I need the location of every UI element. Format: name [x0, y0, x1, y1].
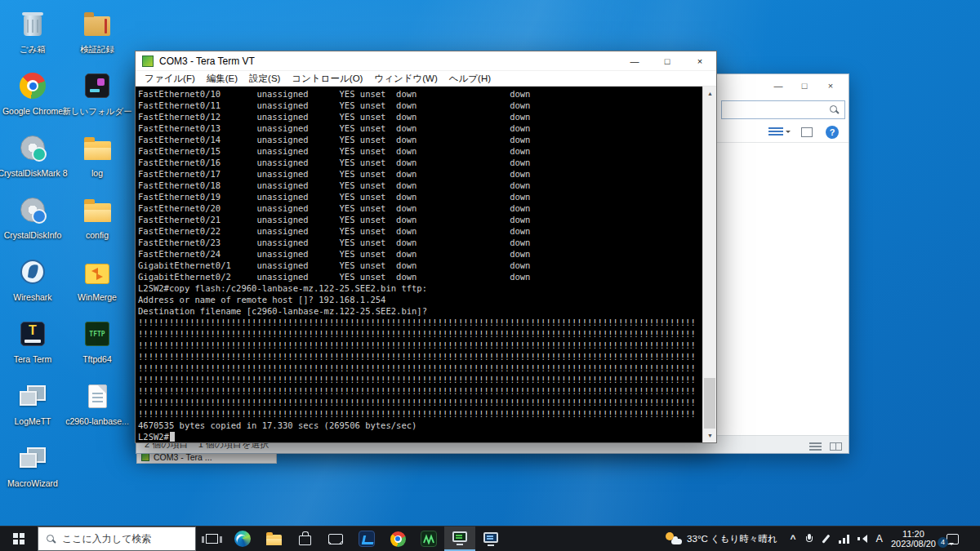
desktop-icon-label: MacroWizard — [7, 478, 58, 488]
explorer-close-button[interactable]: × — [817, 78, 844, 93]
details-view-button[interactable] — [809, 442, 822, 451]
action-center-button[interactable]: 4 — [944, 534, 961, 544]
search-icon — [46, 534, 56, 544]
tray-overflow-button[interactable]: ^ — [789, 533, 798, 544]
preview-pane-button[interactable] — [801, 127, 813, 137]
desktop-icon-label: c2960-lanbase... — [65, 416, 129, 426]
desktop-icon-logmett[interactable]: LogMeTT — [1, 379, 65, 426]
view-options-button[interactable] — [768, 127, 783, 137]
desktop-icon-label: config — [86, 230, 109, 240]
taskbar-chrome-button[interactable] — [382, 527, 413, 551]
terminal-output: FastEthernet0/10 unassigned YES unset do… — [138, 88, 700, 431]
folder-icon — [84, 131, 111, 165]
notification-icon — [947, 534, 959, 544]
terminal-prompt-line: L2SW2# — [138, 431, 700, 442]
terminal-cursor — [170, 432, 176, 442]
teraterm-small-icon — [141, 453, 149, 461]
taskbar-explorer-button[interactable] — [258, 527, 289, 551]
taskbar-edge-button[interactable] — [227, 527, 258, 551]
folder-icon — [84, 193, 111, 227]
minimize-button[interactable]: — — [618, 51, 651, 70]
start-button[interactable] — [0, 527, 38, 551]
teraterm-app-icon — [142, 56, 154, 67]
window-title: COM3 - Tera Term VT — [159, 56, 255, 67]
teraterm-menubar: ファイル(F) 編集(E) 設定(S) コントロール(O) ウィンドウ(W) ヘ… — [136, 71, 716, 87]
menu-file[interactable]: ファイル(F) — [139, 72, 201, 86]
desktop-icon-label: WinMerge — [78, 292, 117, 302]
desktop-icon-wireshark[interactable]: Wireshark — [1, 255, 65, 302]
desktop-icon-winmerge[interactable]: WinMerge — [65, 255, 129, 302]
desktop-icon-recycle-bin[interactable]: ごみ箱 — [1, 7, 65, 56]
menu-control[interactable]: コントロール(O) — [286, 72, 368, 86]
pen-tray-icon[interactable] — [821, 534, 831, 544]
explorer-view-toggles — [809, 442, 842, 451]
desktop-icon-crystaldiskmark[interactable]: CrystalDiskMark 8 — [1, 131, 65, 178]
taskbar-search-box[interactable]: ここに入力して検索 — [38, 527, 196, 551]
desktop-icon-label: LogMeTT — [15, 416, 51, 426]
maximize-button[interactable]: □ — [651, 51, 684, 70]
desktop-icon-tera-term[interactable]: T Tera Term — [1, 317, 65, 364]
tftpd64-icon: TFTP — [85, 317, 109, 351]
teraterm-monitor-icon — [452, 531, 467, 542]
desktop-icon-google-chrome[interactable]: Google Chrome — [1, 69, 65, 116]
explorer-maximize-button[interactable]: □ — [791, 78, 817, 93]
volume-tray-icon[interactable] — [858, 535, 868, 544]
menu-help[interactable]: ヘルプ(H) — [443, 72, 497, 86]
desktop-icon-new-folder[interactable]: 新しいフォルダー — [65, 69, 129, 118]
file-explorer-icon — [266, 535, 282, 545]
blue-app-icon — [359, 531, 375, 547]
tftp-icon-text: TFTP — [89, 331, 105, 338]
window-controls: — □ × — [618, 51, 716, 70]
taskbar-pinned-app-green-button[interactable] — [413, 527, 444, 551]
taskbar-clock[interactable]: 11:20 2023/08/20 — [891, 529, 936, 549]
desktop-icon-tftpd64[interactable]: TFTP Tftpd64 — [65, 317, 129, 364]
system-tray: 33°C くもり時々晴れ ^ A 11:20 2023/08/20 4 — [662, 527, 980, 551]
terminal-area[interactable]: FastEthernet0/10 unassigned YES unset do… — [136, 87, 716, 442]
terminal-scrollbar[interactable]: ▲ ▼ — [702, 87, 716, 442]
microphone-tray-icon[interactable] — [806, 534, 813, 544]
teraterm-titlebar[interactable]: COM3 - Tera Term VT — □ × — [136, 51, 716, 71]
icons-view-button[interactable] — [830, 442, 842, 451]
desktop-icon-log-folder[interactable]: log — [65, 131, 129, 178]
logmett-icon — [20, 379, 46, 413]
task-view-icon — [206, 534, 218, 544]
menu-setup[interactable]: 設定(S) — [243, 72, 286, 86]
explorer-search-input[interactable] — [721, 100, 845, 119]
desktop-icon-config-folder[interactable]: config — [65, 193, 129, 240]
taskbar-teraterm-button[interactable] — [444, 527, 475, 551]
menu-edit[interactable]: 編集(E) — [201, 72, 243, 86]
mail-icon — [328, 534, 343, 544]
taskbar-pinned-app-blue-button[interactable] — [351, 527, 382, 551]
menu-window[interactable]: ウィンドウ(W) — [368, 72, 443, 86]
taskbar-store-button[interactable] — [289, 527, 320, 551]
desktop-icon-records[interactable]: 検証記録 — [65, 7, 129, 56]
desktop-icon-crystaldiskinfo[interactable]: CrystalDiskInfo — [1, 193, 65, 240]
scrollbar-thumb[interactable] — [704, 378, 715, 429]
network-tray-icon[interactable] — [839, 535, 849, 544]
chrome-icon — [20, 69, 46, 103]
taskbar-terminal-app-button[interactable] — [475, 527, 506, 551]
close-button[interactable]: × — [684, 51, 716, 70]
desktop-icon-label: CrystalDiskMark 8 — [0, 168, 68, 178]
green-app-icon — [421, 531, 437, 547]
bin-file-icon — [88, 379, 107, 413]
explorer-minimize-button[interactable]: — — [765, 78, 791, 93]
desktop-icon-c2960-file[interactable]: c2960-lanbase... — [65, 379, 129, 426]
monitor-app-icon — [483, 532, 498, 543]
edge-icon — [234, 531, 251, 547]
desktop-icon-label: ごみ箱 — [20, 44, 46, 56]
desktop-icon-label: CrystalDiskInfo — [4, 230, 62, 240]
scroll-down-arrow[interactable]: ▼ — [703, 429, 716, 442]
task-view-button[interactable] — [196, 527, 227, 551]
desktop-icon-macrowizard[interactable]: MacroWizard — [1, 441, 65, 488]
terminal-prompt: L2SW2# — [138, 432, 169, 442]
clock-time: 11:20 — [891, 529, 936, 540]
taskbar-mail-button[interactable] — [320, 527, 351, 551]
macrowizard-icon — [20, 441, 46, 475]
help-icon[interactable]: ? — [826, 126, 839, 139]
weather-widget[interactable]: 33°C くもり時々晴れ — [662, 532, 780, 545]
scroll-up-arrow[interactable]: ▲ — [703, 87, 716, 100]
crystaldiskmark-icon — [20, 131, 45, 165]
ime-mode-indicator[interactable]: A — [876, 533, 883, 544]
search-icon — [829, 104, 840, 115]
